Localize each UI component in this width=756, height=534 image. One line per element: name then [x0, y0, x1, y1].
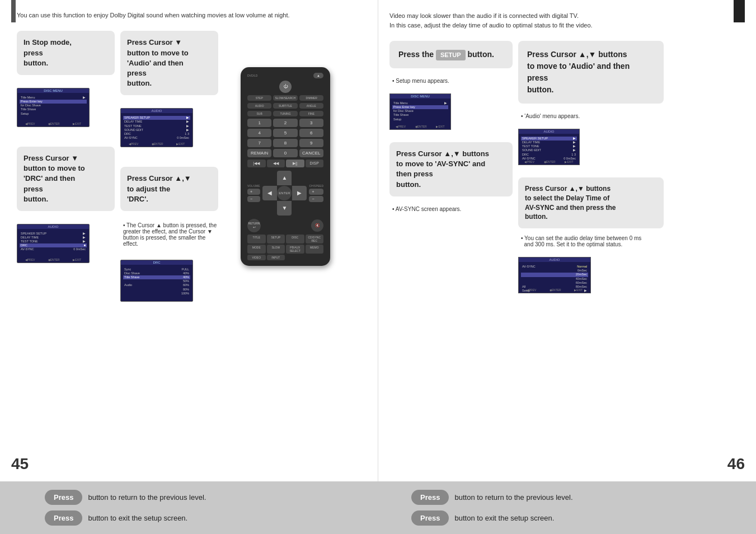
left-right-instruction-column: Press Cursor ▼ button to move to 'Audio'… [120, 31, 218, 302]
rp-screen-1: DISC MENU Title Menu▶ Press Enter key fo… [389, 93, 451, 130]
bullet-text-3: The Cursor ▲ button is pressed, the grea… [123, 222, 218, 247]
footer-right-instruction-2: Press button to exit the setup screen. [411, 510, 711, 526]
footer-left-instruction-2: Press button to exit the setup screen. [45, 510, 345, 526]
left-instruction-column: In Stop mode, press button. DISC MENU Ti… [17, 31, 115, 302]
page-mark-left [11, 0, 16, 22]
rp-bullet-2: AV-SYNC screen appears. [392, 206, 513, 212]
page-number-right: 46 [727, 455, 745, 473]
remote-center-column: DVD/LD ▲ ⏻ STEP SLOW/SEARCH DIMMER AUDIO… [229, 31, 341, 302]
remote-control: DVD/LD ▲ ⏻ STEP SLOW/SEARCH DIMMER AUDIO… [241, 67, 330, 266]
right-page: Video may look slower than the audio if … [378, 0, 756, 481]
rp-instruction-box-1: Press the SETUP button. [389, 41, 513, 68]
instruction-box-1: In Stop mode, press button. [17, 31, 115, 75]
footer-right: Press button to return to the previous l… [411, 490, 711, 526]
screen-thumbnail-4: DRC SyncFULL Disc Shave40% Title Shave40… [120, 260, 193, 302]
mute-button[interactable]: 🔇 [311, 219, 323, 232]
press-button-left-2: Press [45, 510, 82, 526]
press-button-right-2: Press [411, 510, 449, 526]
d-pad-right[interactable]: ▶ [292, 186, 307, 200]
right-page-content: Press the SETUP button. Setup menu appea… [389, 41, 739, 293]
rp-bullet-4: • You can set the audio delay time betwe… [521, 235, 664, 247]
page-mark-right [734, 0, 745, 22]
rp-bullet-1: Setup menu appears. [392, 78, 513, 84]
page-number-left: 45 [11, 455, 29, 473]
footer-right-instruction-1: Press button to return to the previous l… [411, 490, 711, 505]
footer-left-instruction-1: Press button to return to the previous l… [45, 490, 345, 505]
power-button[interactable]: ⏻ [279, 81, 292, 93]
instruction-box-2: Press Cursor ▼ button to move to 'Audio'… [120, 31, 218, 95]
volume-area: VOL/UME + − ▲ ▼ ◀ ▶ ENTER [247, 170, 323, 217]
press-button-right-1: Press [411, 490, 449, 505]
instruction-box-3: Press Cursor ▼ button to move to 'DRC' a… [17, 147, 115, 211]
d-pad-left[interactable]: ◀ [262, 186, 277, 200]
rp-bullet-3: 'Audio' menu appears. [521, 113, 664, 119]
play-pause-btn[interactable]: ▶|| [286, 160, 304, 167]
press-button-left-1: Press [45, 490, 82, 505]
footer: Press button to return to the previous l… [0, 481, 756, 534]
right-header: Video may look slower than the audio if … [389, 11, 739, 30]
d-pad-up[interactable]: ▲ [277, 171, 292, 185]
left-header-text: You can use this function to enjoy Dolby… [17, 11, 319, 20]
screen-thumbnail-2: AUDIO SPEAKER SETUP▶ DELAY TIME▶ TEST TO… [120, 108, 193, 147]
d-pad-down[interactable]: ▼ [277, 201, 292, 216]
footer-left: Press button to return to the previous l… [45, 490, 345, 526]
left-page: You can use this function to enjoy Dolby… [0, 0, 378, 481]
rp-screen-4: AUDIO AV-SYNCNormal 0mSec 20mSec 40mSec … [518, 257, 591, 293]
return-button[interactable]: RETURN ↩ [247, 219, 261, 232]
screen-thumbnail-3: AUDIO SPEAKER SETUP▶ DELAY TIME▶ TEST TO… [17, 224, 90, 263]
screen-thumbnail-1: DISC MENU Title Menu▶ Press Enter key fo… [17, 88, 90, 127]
number-grid: 1 2 3 4 5 6 7 8 9 REMAIN 0 CANCEL [247, 119, 323, 157]
bottom-buttons: TITLE SETUP DISC CD/SYNC REC MODE SLOW P… [247, 235, 323, 260]
instruction-box-4: Press Cursor ▲,▼ to adjust the 'DRC'. [120, 167, 218, 211]
d-pad-enter[interactable]: ENTER [277, 186, 292, 200]
d-pad: ▲ ▼ ◀ ▶ ENTER [262, 171, 307, 216]
rp-instruction-box-4: Press Cursor ▲,▼ buttons to select the D… [518, 177, 664, 228]
rp-instruction-box-3: Press Cursor ▲,▼ buttons to move to 'Aud… [518, 41, 664, 104]
rp-instruction-box-2: Press Cursor ▲,▼ buttons to move to 'AV-… [389, 142, 513, 196]
rp-screen-3: AUDIO SPEAKER SETUP▶ DELAY TIME▶ TEST TO… [518, 129, 580, 165]
transport-buttons: |◀◀ ◀◀ ▶|| DISP [247, 160, 323, 167]
